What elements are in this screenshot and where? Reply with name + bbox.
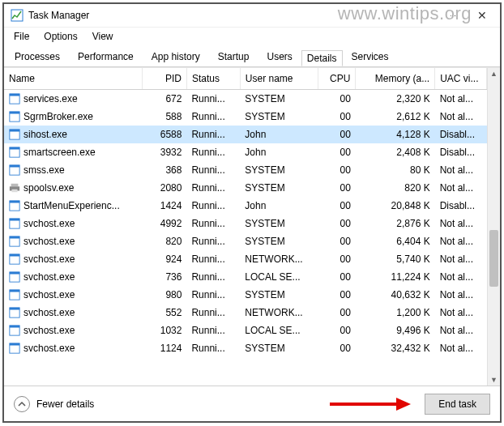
end-task-button[interactable]: End task [425,394,490,415]
col-memory[interactable]: Memory (a... [356,68,435,90]
process-icon [9,129,20,140]
cell-status: Runni... [186,108,240,126]
cell-uac: Not al... [435,215,487,232]
svg-rect-10 [10,164,19,167]
cell-user: John [240,143,318,161]
tab-performance[interactable]: Performance [69,46,143,67]
cell-user: NETWORK... [240,304,318,322]
tab-processes[interactable]: Processes [6,46,69,67]
cell-pid: 2080 [142,179,186,197]
table-row[interactable]: sihost.exe6588Runni...John004,128 KDisab… [4,126,487,143]
cell-memory: 1,200 K [356,304,435,322]
cell-status: Runni... [186,286,240,304]
cell-status: Runni... [186,126,240,143]
cell-uac: Not al... [435,161,487,179]
table-row[interactable]: svchost.exe924Runni...NETWORK...005,740 … [4,250,487,268]
table-row[interactable]: SgrmBroker.exe588Runni...SYSTEM002,612 K… [4,108,487,126]
tab-users[interactable]: Users [258,46,301,67]
process-name: spoolsv.exe [23,182,74,194]
table-row[interactable]: services.exe672Runni...SYSTEM002,320 KNo… [4,90,487,108]
table-row[interactable]: StartMenuExperienc...1424Runni...John002… [4,197,487,215]
close-button[interactable]: ✕ [469,6,495,24]
cell-memory: 4,128 K [356,126,435,143]
process-icon [9,307,20,318]
cell-uac: Not al... [435,250,487,268]
col-cpu[interactable]: CPU [318,68,356,90]
svg-rect-27 [10,307,19,309]
cell-user: SYSTEM [240,161,318,179]
table-row[interactable]: svchost.exe1124Runni...SYSTEM0032,432 KN… [4,339,487,357]
scroll-down-icon[interactable]: ▼ [488,374,500,386]
process-name: svchost.exe [23,218,75,229]
cell-memory: 11,224 K [356,268,435,286]
svg-rect-15 [10,200,19,202]
menu-options[interactable]: Options [37,29,83,44]
cell-pid: 736 [142,268,186,286]
scroll-thumb[interactable] [489,230,498,287]
cell-memory: 2,612 K [356,108,435,126]
process-table[interactable]: Name PID Status User name CPU Memory (a.… [4,68,487,386]
fewer-details-button[interactable]: Fewer details [14,396,94,412]
table-row[interactable]: smartscreen.exe3932Runni...John002,408 K… [4,143,487,161]
process-name: smss.exe [23,164,65,176]
cell-uac: Not al... [435,286,487,304]
cell-status: Runni... [186,215,240,232]
cell-cpu: 00 [318,215,356,232]
col-status[interactable]: Status [186,68,240,90]
cell-memory: 6,404 K [356,232,435,250]
svg-rect-2 [10,94,19,96]
tab-startup[interactable]: Startup [209,46,258,67]
menu-view[interactable]: View [86,29,120,44]
tab-strip: Processes Performance App history Startu… [4,45,500,67]
process-icon [9,343,20,354]
svg-rect-19 [10,236,19,238]
cell-memory: 32,432 K [356,339,435,357]
table-row[interactable]: svchost.exe820Runni...SYSTEM006,404 KNot… [4,232,487,250]
tab-app-history[interactable]: App history [143,46,209,67]
minimize-button[interactable]: ─ [442,6,468,24]
table-row[interactable]: smss.exe368Runni...SYSTEM0080 KNot al... [4,161,487,179]
cell-cpu: 00 [318,126,356,143]
process-icon [9,253,20,265]
title-bar[interactable]: Task Manager ─ ✕ [4,4,500,27]
footer-bar: Fewer details End task [4,386,500,421]
process-icon [9,93,20,104]
tab-services[interactable]: Services [343,46,398,67]
cell-status: Runni... [186,232,240,250]
tab-details[interactable]: Details [301,50,343,66]
table-row[interactable]: svchost.exe980Runni...SYSTEM0040,632 KNo… [4,286,487,304]
cell-pid: 368 [142,161,186,179]
cell-user: NETWORK... [240,250,318,268]
table-row[interactable]: svchost.exe552Runni...NETWORK...001,200 … [4,304,487,322]
cell-uac: Not al... [435,90,487,108]
cell-pid: 980 [142,286,186,304]
cell-pid: 820 [142,232,186,250]
svg-rect-17 [10,218,19,220]
process-name: svchost.exe [23,253,75,265]
cell-status: Runni... [186,179,240,197]
cell-pid: 3932 [142,143,186,161]
table-row[interactable]: svchost.exe1032Runni...LOCAL SE...009,49… [4,322,487,339]
process-name: SgrmBroker.exe [23,111,93,122]
menu-file[interactable]: File [7,29,36,44]
col-uac[interactable]: UAC vi... [435,68,487,90]
svg-rect-29 [10,325,19,327]
col-name[interactable]: Name [4,68,142,90]
cell-pid: 6588 [142,126,186,143]
cell-pid: 4992 [142,215,186,232]
table-row[interactable]: spoolsv.exe2080Runni...SYSTEM00820 KNot … [4,179,487,197]
scroll-up-icon[interactable]: ▲ [488,68,500,79]
table-row[interactable]: svchost.exe736Runni...LOCAL SE...0011,22… [4,268,487,286]
cell-user: SYSTEM [240,339,318,357]
cell-cpu: 00 [318,179,356,197]
column-headers[interactable]: Name PID Status User name CPU Memory (a.… [4,68,487,90]
cell-pid: 672 [142,90,186,108]
task-manager-icon [11,9,23,22]
cell-uac: Not al... [435,304,487,322]
vertical-scrollbar[interactable]: ▲ ▼ [487,68,500,386]
process-icon [9,200,20,211]
cell-user: SYSTEM [240,179,318,197]
col-pid[interactable]: PID [142,68,186,90]
table-row[interactable]: svchost.exe4992Runni...SYSTEM002,876 KNo… [4,215,487,232]
col-user[interactable]: User name [240,68,318,90]
